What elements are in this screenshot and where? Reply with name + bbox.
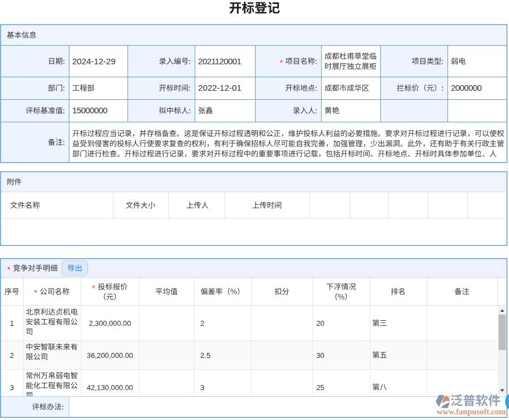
svg-text:42,130,000.00: 42,130,000.00 xyxy=(87,383,133,392)
svg-text:30: 30 xyxy=(317,351,324,360)
svg-text:3: 3 xyxy=(200,383,204,392)
svg-text:25: 25 xyxy=(317,383,324,392)
svg-text:2,300,000.00: 2,300,000.00 xyxy=(89,319,131,328)
svg-text:2024-12-29: 2024-12-29 xyxy=(72,56,116,66)
svg-text:*: * xyxy=(280,58,283,67)
svg-text:2000000: 2000000 xyxy=(451,83,481,92)
svg-text:*: * xyxy=(92,284,95,293)
svg-text:*: * xyxy=(34,288,38,297)
svg-text:36,200,000.00: 36,200,000.00 xyxy=(87,351,133,360)
svg-text:2021120001: 2021120001 xyxy=(198,56,242,66)
svg-text:*: * xyxy=(7,265,11,274)
svg-text:2.5: 2.5 xyxy=(200,351,210,360)
svg-text:2022-12-01: 2022-12-01 xyxy=(198,83,242,92)
svg-text:1: 1 xyxy=(10,319,14,328)
svg-text:2: 2 xyxy=(10,351,14,360)
svg-text:3: 3 xyxy=(10,383,14,392)
svg-text:15000000: 15000000 xyxy=(72,105,107,115)
svg-text:20: 20 xyxy=(317,319,324,328)
svg-text:2: 2 xyxy=(200,319,204,328)
svg-text:www.fanpusoft.com: www.fanpusoft.com xyxy=(437,407,506,416)
